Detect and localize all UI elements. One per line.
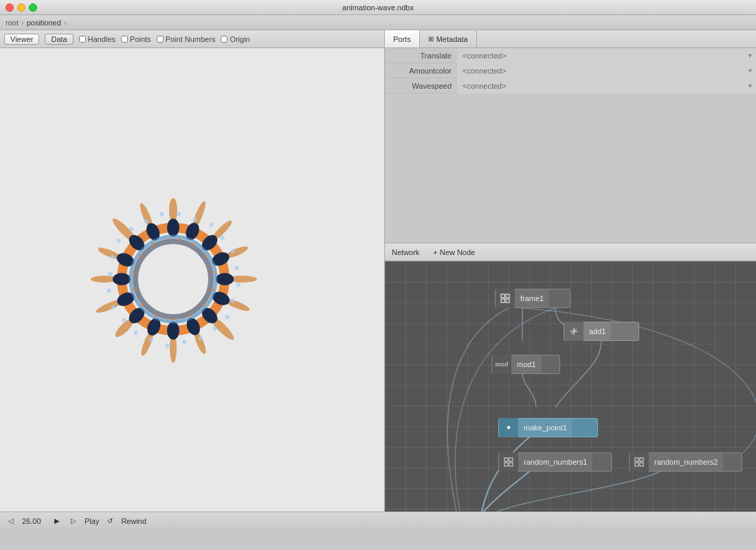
svg-point-39 [159,212,164,217]
svg-point-22 [236,283,241,287]
bottom-bar: ◁ 26.00 ▶ ▷ Play ↺ Rewind [0,512,756,529]
network-canvas[interactable]: frame1 add1 mod mod1 • make_poi [385,261,756,512]
port-arrow-translate[interactable]: ▼ [747,52,753,59]
svg-point-36 [115,238,121,243]
svg-point-33 [107,288,111,293]
svg-point-49 [167,322,179,340]
port-row-translate: Translate <connected> ▼ [385,48,756,63]
svg-rect-80 [504,458,508,461]
svg-rect-76 [506,299,509,302]
port-row-wavespeed: Wavespeed <connected> ▼ [385,78,756,94]
make-point1-icon: • [499,418,518,437]
point-numbers-checkbox[interactable]: Point Numbers [157,35,216,43]
points-checkbox[interactable]: Points [121,35,151,43]
rewind-button[interactable]: ↺ [104,516,115,527]
data-tab[interactable]: Data [45,34,73,45]
rewind-label: Rewind [121,517,146,525]
ports-section: Ports ⊞ Metadata Translate <connected> ▼ [385,30,756,243]
connections-svg [385,261,756,512]
port-label-translate: Translate [385,52,457,60]
frame1-label: frame1 [515,289,549,307]
node-random-numbers2[interactable]: random_numbers2 [629,452,742,472]
svg-rect-81 [509,458,513,461]
node-frame1[interactable]: frame1 [495,289,570,308]
add1-label: add1 [583,322,611,340]
handles-checkbox[interactable]: Handles [79,35,115,43]
port-value-amountcolor[interactable]: <connected> ▼ [457,63,756,78]
port-arrow-wavespeed[interactable]: ▼ [747,82,753,89]
port-label-wavespeed: Wavespeed [385,82,457,90]
rewind-to-start-button[interactable]: ◁ [5,516,16,527]
port-value-wavespeed[interactable]: <connected> ▼ [457,78,756,94]
breadcrumb-root[interactable]: root [5,19,19,27]
svg-point-24 [224,314,230,320]
svg-point-34 [108,272,113,276]
random2-icon [630,452,649,472]
svg-rect-82 [504,463,508,466]
window-title: animation-wave.ndbx [342,3,414,12]
minimize-button[interactable] [17,3,25,12]
frame-display: 26.00 [22,517,46,525]
network-section: Network + New Node [385,243,756,512]
ports-header: Ports ⊞ Metadata [385,30,756,48]
svg-point-30 [133,330,138,336]
origin-checkbox[interactable]: Origin [221,35,249,43]
maximize-button[interactable] [29,3,37,12]
play-button-2[interactable]: ▷ [68,516,79,527]
play-button[interactable]: ▶ [52,516,63,527]
svg-rect-75 [501,299,504,302]
port-row-amountcolor: Amountcolor <connected> ▼ [385,63,756,78]
svg-point-66 [172,318,175,320]
svg-point-16 [177,212,181,217]
visualization [70,176,276,384]
breadcrumb-arrow: › [64,19,67,27]
main-container: Viewer Data Handles Points Point Numbers… [0,30,756,512]
network-title: Network [392,248,419,256]
viewer-tab[interactable]: Viewer [4,34,39,45]
svg-rect-85 [640,458,643,461]
svg-point-57 [131,236,216,322]
traffic-lights [5,3,37,12]
node-random-numbers1[interactable]: random_numbers1 [498,452,612,472]
breadcrumb-current[interactable]: positioned [27,19,61,27]
svg-point-58 [135,241,211,317]
ports-table: Translate <connected> ▼ Amountcolor <con… [385,48,756,243]
frame1-icon [496,289,515,308]
play-label: Play [85,517,99,525]
left-panel: Viewer Data Handles Points Point Numbers… [0,30,385,512]
node-make-point1[interactable]: • make_point1 [498,418,598,437]
add1-icon [564,322,583,341]
viz-svg [70,176,276,382]
random2-label: random_numbers2 [649,453,723,471]
random1-label: random_numbers1 [518,453,592,471]
svg-point-28 [165,343,170,348]
make-point1-label: make_point1 [518,419,572,437]
port-value-translate[interactable]: <connected> ▼ [457,48,756,63]
svg-point-21 [234,265,239,270]
network-header: Network + New Node [385,243,756,261]
node-add1[interactable]: add1 [564,322,639,341]
svg-rect-74 [506,294,509,298]
node-mod1[interactable]: mod mod1 [491,355,560,374]
svg-rect-84 [635,458,638,461]
port-label-amountcolor: Amountcolor [385,67,457,75]
svg-point-18 [208,221,214,227]
new-node-button[interactable]: + New Node [433,248,475,256]
breadcrumb-separator: › [21,19,24,27]
viewer-canvas [0,48,384,512]
port-arrow-amountcolor[interactable]: ▼ [747,67,753,74]
svg-rect-73 [501,294,504,298]
svg-point-27 [181,340,186,344]
right-panel: Ports ⊞ Metadata Translate <connected> ▼ [385,30,756,512]
ports-content: Translate <connected> ▼ Amountcolor <con… [385,48,756,243]
metadata-tab[interactable]: ⊞ Metadata [420,30,477,47]
mod1-label: mod1 [511,355,542,373]
svg-point-45 [216,273,234,285]
ports-tab[interactable]: Ports [385,30,420,47]
mod1-icon: mod [492,355,511,374]
close-button[interactable] [5,3,14,12]
svg-rect-86 [635,463,638,466]
svg-rect-87 [640,463,643,466]
titlebar: animation-wave.ndbx [0,0,756,15]
breadcrumb: root › positioned › [0,15,756,30]
